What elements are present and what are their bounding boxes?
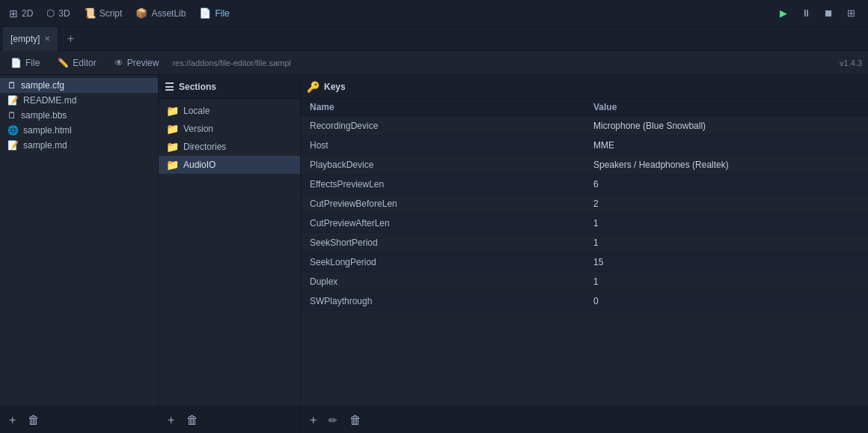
- key-row[interactable]: SeekShortPeriod 1: [301, 233, 868, 252]
- pause-icon: ⏸: [801, 7, 811, 19]
- file-item-sample-cfg[interactable]: 🗒 sample.cfg: [0, 78, 158, 93]
- key-value-4: 2: [584, 196, 868, 212]
- key-name-1: Host: [301, 137, 584, 154]
- nav-script-label: Script: [100, 8, 123, 19]
- key-row[interactable]: Duplex 1: [301, 272, 868, 291]
- locale-folder-icon: 📁: [166, 105, 179, 117]
- key-value-0: Microphone (Blue Snowball): [584, 118, 868, 134]
- add-tab-button[interactable]: +: [60, 28, 81, 49]
- file-item-label: sample.bbs: [21, 110, 67, 121]
- section-item-audioio[interactable]: 📁 AudioIO: [159, 156, 300, 174]
- top-bar-controls: ▶ ⏸ ⏹ ⊞: [775, 5, 859, 22]
- key-value-2: Speakers / Headphones (Realtek): [584, 157, 868, 173]
- section-item-label: Directories: [183, 142, 226, 152]
- file-item-sample-html[interactable]: 🌐 sample.html: [0, 123, 158, 138]
- sections-panel-bottom: + 🗑: [159, 406, 300, 433]
- file-toolbar-label: File: [25, 58, 40, 68]
- file-item-label: sample.html: [23, 125, 72, 136]
- nav-3d[interactable]: ⬡ 3D: [46, 7, 70, 19]
- section-item-label: Locale: [183, 106, 210, 116]
- section-delete-button[interactable]: 🗑: [186, 414, 198, 427]
- key-value-1: MME: [584, 137, 868, 154]
- key-row[interactable]: PlaybackDevice Speakers / Headphones (Re…: [301, 155, 868, 175]
- nav-2d[interactable]: ⊞ 2D: [9, 7, 33, 19]
- html-icon: 🌐: [7, 125, 19, 136]
- key-row[interactable]: SeekLongPeriod 15: [301, 252, 868, 272]
- key-value-9: 0: [584, 293, 868, 309]
- key-name-3: EffectsPreviewLen: [301, 176, 584, 193]
- key-name-7: SeekLongPeriod: [301, 254, 584, 270]
- nav-script[interactable]: 📜 Script: [84, 7, 123, 19]
- key-name-6: SeekShortPeriod: [301, 234, 584, 251]
- key-edit-button[interactable]: ✏: [328, 414, 337, 426]
- stop-icon: ⏹: [824, 7, 834, 19]
- breadcrumb: res://addons/file-editor/file.sampl: [172, 58, 831, 67]
- key-value-3: 6: [584, 176, 868, 193]
- key-row[interactable]: RecordingDevice Microphone (Blue Snowbal…: [301, 116, 868, 136]
- file-item-sample-md[interactable]: 📝 sample.md: [0, 138, 158, 153]
- file-item-label: sample.cfg: [21, 80, 64, 91]
- key-name-2: PlaybackDevice: [301, 157, 584, 173]
- section-item-locale[interactable]: 📁 Locale: [159, 102, 300, 120]
- keys-header: 🔑 Keys: [301, 75, 868, 99]
- sections-header-label: Sections: [179, 82, 216, 92]
- section-item-label: AudioIO: [183, 160, 216, 170]
- stop-button[interactable]: ⏹: [820, 5, 837, 22]
- sections-panel: ☰ Sections 📁 Locale 📁 Version 📁 Director…: [159, 75, 301, 433]
- section-item-directories[interactable]: 📁 Directories: [159, 138, 300, 156]
- key-row[interactable]: CutPreviewBeforeLen 2: [301, 194, 868, 214]
- file-item-sample-bbs[interactable]: 🗒 sample.bbs: [0, 108, 158, 123]
- key-row[interactable]: EffectsPreviewLen 6: [301, 175, 868, 194]
- key-row[interactable]: SWPlaythrough 0: [301, 291, 868, 311]
- close-tab-icon[interactable]: ✕: [44, 34, 50, 43]
- nav-assetlib[interactable]: 📦 AssetLib: [135, 7, 186, 19]
- layout-button[interactable]: ⊞: [843, 5, 859, 22]
- file-item-readme-md[interactable]: 📝 README.md: [0, 93, 158, 108]
- col-value-header: Value: [584, 102, 868, 112]
- pause-button[interactable]: ⏸: [798, 5, 814, 22]
- col-name-header: Name: [301, 102, 584, 112]
- sections-header-icon: ☰: [165, 81, 174, 93]
- md-icon-1: 📝: [7, 95, 19, 106]
- editor-toolbar-button[interactable]: ✏️ Editor: [53, 55, 100, 70]
- key-name-8: Duplex: [301, 273, 584, 290]
- play-button[interactable]: ▶: [775, 5, 792, 22]
- keys-panel: 🔑 Keys Name Value RecordingDevice Microp…: [301, 75, 868, 433]
- keys-panel-bottom: + ✏ 🗑: [301, 406, 868, 433]
- tab-label: [empty]: [10, 34, 40, 44]
- sections-header: ☰ Sections: [159, 75, 300, 99]
- key-row[interactable]: CutPreviewAfterLen 1: [301, 214, 868, 233]
- preview-toolbar-icon: 👁: [114, 58, 123, 68]
- key-name-5: CutPreviewAfterLen: [301, 215, 584, 231]
- key-name-9: SWPlaythrough: [301, 293, 584, 309]
- keys-header-label: Keys: [324, 82, 346, 92]
- nav-file-label: File: [215, 8, 229, 19]
- preview-toolbar-label: Preview: [127, 58, 159, 68]
- tab-empty[interactable]: [empty] ✕: [3, 27, 58, 51]
- toolbar-bar: 📄 File ✏️ Editor 👁 Preview res://addons/…: [0, 51, 868, 75]
- script-icon: 📜: [84, 7, 96, 19]
- keys-header-icon: 🔑: [307, 81, 320, 93]
- keys-list: RecordingDevice Microphone (Blue Snowbal…: [301, 116, 868, 406]
- directories-folder-icon: 📁: [166, 141, 179, 153]
- editor-toolbar-label: Editor: [73, 58, 96, 68]
- key-add-button[interactable]: +: [310, 414, 317, 427]
- section-item-version[interactable]: 📁 Version: [159, 120, 300, 138]
- key-value-5: 1: [584, 215, 868, 231]
- nav-3d-label: 3D: [58, 8, 70, 19]
- play-icon: ▶: [780, 7, 787, 19]
- key-value-6: 1: [584, 234, 868, 251]
- file-toolbar-button[interactable]: 📄 File: [6, 55, 44, 70]
- key-row[interactable]: Host MME: [301, 136, 868, 155]
- preview-toolbar-button[interactable]: 👁 Preview: [110, 55, 164, 70]
- section-add-button[interactable]: +: [168, 414, 174, 427]
- top-bar-nav: ⊞ 2D ⬡ 3D 📜 Script 📦 AssetLib 📄 File: [9, 7, 230, 19]
- file-panel-bottom: + 🗑: [0, 406, 158, 433]
- nav-assetlib-label: AssetLib: [151, 8, 186, 19]
- nav-file[interactable]: 📄 File: [199, 7, 229, 19]
- nav-2d-label: 2D: [22, 8, 33, 19]
- file-add-button[interactable]: +: [9, 414, 16, 427]
- file-delete-button[interactable]: 🗑: [28, 414, 40, 427]
- file-item-label: sample.md: [23, 140, 67, 151]
- key-delete-button[interactable]: 🗑: [349, 414, 361, 427]
